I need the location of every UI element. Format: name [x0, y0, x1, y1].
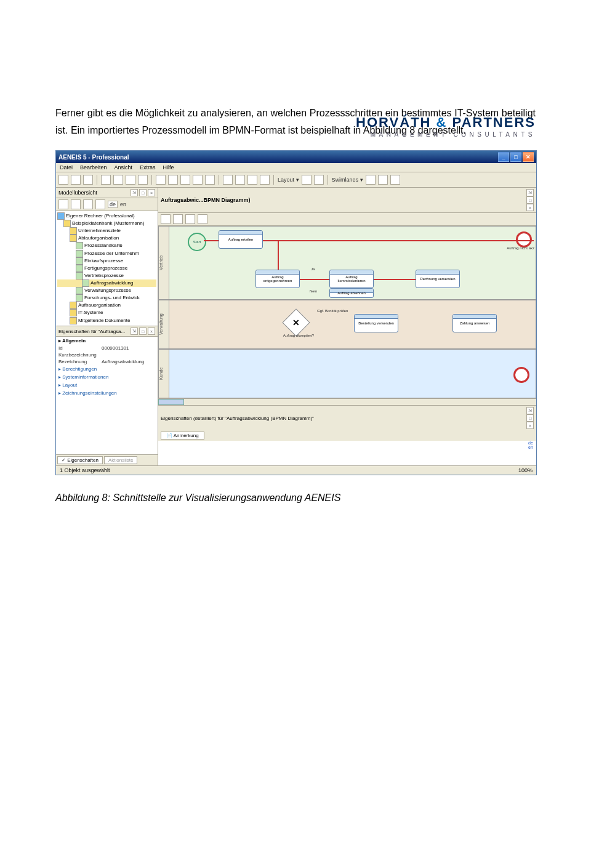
tree-node[interactable]: Vertriebsprozesse [57, 272, 156, 279]
window-minimize-button[interactable]: _ [498, 152, 509, 162]
canvas-tool-icon[interactable] [161, 214, 171, 224]
tab-eigenschaften[interactable]: ✓ Eigenschaften [57, 456, 103, 464]
tree-node[interactable]: IT-Systeme [57, 309, 156, 316]
toolbar-button[interactable] [58, 175, 68, 185]
menu-hilfe[interactable]: Hilfe [163, 164, 174, 171]
canvas-horizontal-scrollbar[interactable] [158, 398, 536, 405]
brand-name-b: PARTNERS [448, 115, 536, 130]
panel-close-icon[interactable]: × [148, 189, 155, 196]
panel-min-icon[interactable]: □ [139, 328, 147, 335]
lane-label-kunde: Kunde [158, 349, 169, 398]
toolbar-arrow-icon[interactable] [247, 175, 257, 185]
menu-ansicht[interactable]: Ansicht [115, 164, 133, 171]
lane-label-vertrieb: Vertrieb [158, 226, 169, 300]
toolbar-zoom-icon[interactable] [156, 175, 166, 185]
canvas-tab-title[interactable]: Auftragsabwic...BPMN Diagramm) [161, 197, 251, 203]
sidebar-tool-icon[interactable] [58, 199, 68, 209]
toolbar-layout-dropdown[interactable]: Layout ▾ [278, 177, 299, 183]
panel-pin-icon[interactable]: ⇲ [526, 189, 534, 196]
tree-node[interactable]: Prozesslandkarte [57, 242, 156, 249]
lang-de-button[interactable]: de [108, 201, 118, 208]
tree-node[interactable]: Unternehmensziele [57, 227, 156, 235]
toolbar-button[interactable] [138, 175, 148, 185]
sidebar-tool-icon[interactable] [71, 199, 81, 209]
folder-icon [76, 272, 83, 279]
toolbar-arrow-icon[interactable] [223, 175, 233, 185]
bpmn-end-event[interactable] [516, 231, 532, 247]
property-section[interactable]: ▸ Systeminformationen [56, 373, 158, 381]
tree-node[interactable]: Beispieldatenbank (Mustermann) [57, 220, 156, 227]
panel-close-icon[interactable]: × [148, 328, 155, 335]
sidebar-tool-icon[interactable] [95, 199, 105, 209]
bpmn-task-rechnung[interactable]: Rechnung versenden [416, 270, 460, 288]
tab-aktionsliste[interactable]: Aktionsliste [104, 456, 137, 464]
toolbar-button[interactable] [101, 175, 111, 185]
canvas-tool-icon[interactable] [198, 214, 207, 224]
bpmn-task-auftrag-erteilen[interactable]: Auftrag erteilen [219, 230, 263, 249]
tree-node[interactable]: Ablauforganisation [57, 235, 156, 242]
bpmn-task-ablehnen[interactable]: Auftrag ablehnen [329, 288, 374, 298]
toolbar-button[interactable] [378, 175, 388, 185]
detail-lang-de[interactable]: de [525, 441, 536, 445]
bpmn-task-zahlung[interactable]: Zahlung anweisen [452, 314, 497, 332]
toolbar-button[interactable] [205, 175, 215, 185]
bpmn-start-event[interactable]: Start [188, 233, 206, 251]
bpmn-task-entgegennehmen[interactable]: Auftrag entgegennehmen [255, 270, 300, 288]
toolbar-button[interactable] [314, 175, 324, 185]
menu-datei[interactable]: Datei [60, 164, 73, 171]
toolbar-zoom-icon[interactable] [180, 175, 190, 185]
toolbar-swimlanes-dropdown[interactable]: Swimlanes ▾ [332, 177, 363, 183]
canvas-tool-icon[interactable] [173, 214, 183, 224]
detail-tab-anmerkung[interactable]: 📄 Anmerkung [161, 432, 204, 440]
toolbar-button[interactable] [390, 175, 400, 185]
menu-bearbeiten[interactable]: Bearbeiten [80, 164, 107, 171]
panel-min-icon[interactable]: □ [526, 196, 534, 204]
tree-node[interactable]: Prozesse der Unternehm [57, 250, 156, 257]
scrollbar-thumb[interactable] [158, 399, 184, 405]
toolbar-button[interactable] [302, 175, 312, 185]
tree-node[interactable]: Verwaltungsprozesse [57, 287, 156, 294]
bpmn-task-bestellung[interactable]: Bestellung versenden [354, 314, 398, 332]
property-section[interactable]: ▸ Layout [56, 381, 158, 389]
property-row: Id0009001301 [56, 345, 158, 352]
bpmn-gateway[interactable]: ✕ [282, 308, 310, 336]
canvas-tool-icon[interactable] [185, 214, 195, 224]
panel-min-icon[interactable]: □ [139, 189, 147, 196]
toolbar-arrow-icon[interactable] [260, 175, 270, 185]
tree-node[interactable]: Auftragsabwicklung [57, 279, 156, 287]
toolbar-button[interactable] [366, 175, 376, 185]
toolbar-button[interactable] [83, 175, 93, 185]
toolbar-button[interactable] [71, 175, 81, 185]
toolbar-arrow-icon[interactable] [235, 175, 245, 185]
toolbar-zoom-icon[interactable] [168, 175, 178, 185]
model-tree[interactable]: Eigener Rechner (Professional)Beispielda… [56, 211, 158, 326]
toolbar-button[interactable] [126, 175, 135, 185]
property-section[interactable]: ▸ Berechtigungen [56, 365, 158, 373]
panel-pin-icon[interactable]: ⇲ [131, 328, 138, 335]
tree-node[interactable]: Mitgeltende Dokumente [57, 317, 156, 324]
panel-close-icon[interactable]: × [526, 422, 534, 429]
detail-properties-panel: Eigenschaften (detailliert) für "Auftrag… [158, 405, 536, 465]
tree-node[interactable]: Eigener Rechner (Professional) [57, 212, 156, 220]
bpmn-end-event[interactable] [513, 367, 529, 383]
panel-close-icon[interactable]: × [526, 204, 534, 211]
toolbar-button[interactable] [113, 175, 123, 185]
bpmn-task-kommissionieren[interactable]: Auftrag kommissionieren [329, 270, 374, 288]
bpmn-diagram[interactable]: Vertrieb Start Auftrag erteilen Auftrag … [158, 226, 536, 398]
toolbar-button[interactable] [193, 175, 203, 185]
property-section[interactable]: ▸ Zeichnungseinstellungen [56, 389, 158, 397]
tree-node[interactable]: Aufbauorganisation [57, 302, 156, 309]
window-close-button[interactable]: ✕ [523, 152, 534, 162]
tree-node[interactable]: Einkaufsprozesse [57, 257, 156, 265]
lang-en-button[interactable]: en [120, 201, 126, 207]
tree-node[interactable]: Forschungs- und Entwick [57, 294, 156, 302]
detail-lang-en[interactable]: en [525, 445, 536, 449]
prop-group-allgemein[interactable]: ▸ Allgemein [56, 337, 158, 345]
panel-min-icon[interactable]: □ [526, 414, 534, 422]
window-maximize-button[interactable]: □ [510, 152, 521, 162]
panel-pin-icon[interactable]: ⇲ [526, 407, 534, 414]
panel-pin-icon[interactable]: ⇲ [131, 189, 138, 196]
menu-extras[interactable]: Extras [140, 164, 156, 171]
sidebar-tool-icon[interactable] [83, 199, 93, 209]
tree-node[interactable]: Fertigungsprozesse [57, 265, 156, 272]
